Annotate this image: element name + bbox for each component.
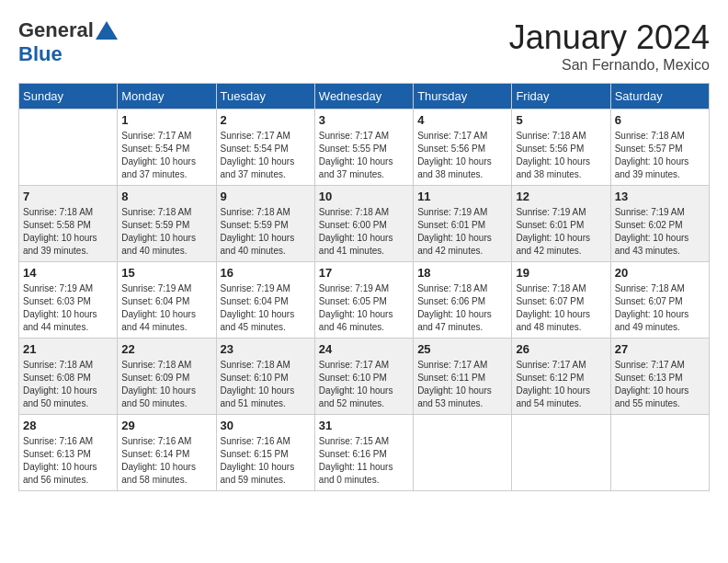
day-info: Sunrise: 7:19 AM Sunset: 6:03 PM Dayligh…: [23, 282, 113, 334]
day-number: 3: [319, 113, 409, 127]
day-number: 27: [615, 342, 705, 356]
logo-icon: [96, 21, 118, 40]
day-info: Sunrise: 7:18 AM Sunset: 6:07 PM Dayligh…: [615, 282, 705, 334]
calendar-cell: 31Sunrise: 7:15 AM Sunset: 6:16 PM Dayli…: [314, 415, 413, 491]
day-number: 25: [417, 342, 507, 356]
weekday-header-monday: Monday: [118, 84, 216, 109]
calendar-cell: 13Sunrise: 7:19 AM Sunset: 6:02 PM Dayli…: [610, 186, 709, 262]
weekday-header-wednesday: Wednesday: [314, 84, 413, 109]
month-title: January 2024: [509, 18, 710, 57]
day-info: Sunrise: 7:16 AM Sunset: 6:13 PM Dayligh…: [23, 435, 113, 487]
day-info: Sunrise: 7:17 AM Sunset: 5:55 PM Dayligh…: [319, 130, 409, 181]
calendar-cell: 12Sunrise: 7:19 AM Sunset: 6:01 PM Dayli…: [512, 186, 610, 262]
weekday-header-tuesday: Tuesday: [216, 84, 314, 109]
day-info: Sunrise: 7:19 AM Sunset: 6:01 PM Dayligh…: [516, 206, 606, 258]
calendar-cell: 26Sunrise: 7:17 AM Sunset: 6:12 PM Dayli…: [512, 339, 610, 415]
weekday-header-sunday: Sunday: [19, 84, 118, 109]
day-info: Sunrise: 7:17 AM Sunset: 6:13 PM Dayligh…: [615, 359, 705, 410]
calendar-cell: 15Sunrise: 7:19 AM Sunset: 6:04 PM Dayli…: [118, 262, 216, 339]
calendar-table: SundayMondayTuesdayWednesdayThursdayFrid…: [18, 83, 710, 491]
calendar-cell: 25Sunrise: 7:17 AM Sunset: 6:11 PM Dayli…: [414, 339, 512, 415]
calendar-cell: 17Sunrise: 7:19 AM Sunset: 6:05 PM Dayli…: [314, 262, 413, 339]
calendar-cell: 9Sunrise: 7:18 AM Sunset: 5:59 PM Daylig…: [216, 186, 314, 262]
calendar-week-row: 14Sunrise: 7:19 AM Sunset: 6:03 PM Dayli…: [19, 262, 710, 339]
calendar-week-row: 28Sunrise: 7:16 AM Sunset: 6:13 PM Dayli…: [19, 415, 710, 491]
day-info: Sunrise: 7:18 AM Sunset: 5:58 PM Dayligh…: [23, 206, 113, 258]
calendar-cell: 6Sunrise: 7:18 AM Sunset: 5:57 PM Daylig…: [610, 109, 709, 186]
calendar-cell: 10Sunrise: 7:18 AM Sunset: 6:00 PM Dayli…: [314, 186, 413, 262]
day-info: Sunrise: 7:18 AM Sunset: 6:09 PM Dayligh…: [121, 359, 211, 410]
calendar-week-row: 21Sunrise: 7:18 AM Sunset: 6:08 PM Dayli…: [19, 339, 710, 415]
day-info: Sunrise: 7:18 AM Sunset: 6:07 PM Dayligh…: [516, 282, 606, 334]
calendar-cell: [19, 109, 118, 186]
day-info: Sunrise: 7:19 AM Sunset: 6:04 PM Dayligh…: [121, 282, 211, 334]
day-info: Sunrise: 7:18 AM Sunset: 6:00 PM Dayligh…: [319, 206, 409, 258]
day-number: 15: [121, 266, 211, 280]
page-header: General Blue January 2024 San Fernando, …: [18, 18, 710, 74]
day-number: 20: [615, 266, 705, 280]
calendar-cell: 23Sunrise: 7:18 AM Sunset: 6:10 PM Dayli…: [216, 339, 314, 415]
day-number: 31: [319, 419, 409, 432]
day-number: 12: [516, 190, 606, 203]
day-number: 22: [121, 342, 211, 356]
calendar-cell: 24Sunrise: 7:17 AM Sunset: 6:10 PM Dayli…: [314, 339, 413, 415]
calendar-cell: 3Sunrise: 7:17 AM Sunset: 5:55 PM Daylig…: [314, 109, 413, 186]
day-number: 7: [23, 190, 113, 203]
day-info: Sunrise: 7:17 AM Sunset: 5:56 PM Dayligh…: [417, 130, 507, 181]
day-info: Sunrise: 7:17 AM Sunset: 6:11 PM Dayligh…: [417, 359, 507, 410]
calendar-cell: 18Sunrise: 7:18 AM Sunset: 6:06 PM Dayli…: [414, 262, 512, 339]
day-number: 17: [319, 266, 409, 280]
day-info: Sunrise: 7:16 AM Sunset: 6:14 PM Dayligh…: [121, 435, 211, 487]
title-block: January 2024 San Fernando, Mexico: [509, 18, 710, 74]
day-number: 21: [23, 342, 113, 356]
day-info: Sunrise: 7:19 AM Sunset: 6:01 PM Dayligh…: [417, 206, 507, 258]
day-number: 6: [615, 113, 705, 127]
day-number: 11: [417, 190, 507, 203]
day-number: 5: [516, 113, 606, 127]
day-info: Sunrise: 7:17 AM Sunset: 5:54 PM Dayligh…: [221, 130, 311, 181]
day-number: 14: [23, 266, 113, 280]
calendar-cell: 21Sunrise: 7:18 AM Sunset: 6:08 PM Dayli…: [19, 339, 118, 415]
svg-marker-0: [96, 21, 118, 40]
logo: General Blue: [18, 18, 118, 66]
day-number: 24: [319, 342, 409, 356]
day-info: Sunrise: 7:18 AM Sunset: 5:59 PM Dayligh…: [121, 206, 211, 258]
day-number: 4: [417, 113, 507, 127]
logo-general: General: [18, 18, 94, 42]
day-number: 30: [221, 419, 311, 432]
day-number: 1: [121, 113, 211, 127]
day-info: Sunrise: 7:18 AM Sunset: 6:10 PM Dayligh…: [221, 359, 311, 410]
day-number: 16: [221, 266, 311, 280]
calendar-cell: [512, 415, 610, 491]
weekday-header-thursday: Thursday: [414, 84, 512, 109]
day-number: 13: [615, 190, 705, 203]
calendar-cell: 30Sunrise: 7:16 AM Sunset: 6:15 PM Dayli…: [216, 415, 314, 491]
day-number: 2: [221, 113, 311, 127]
day-info: Sunrise: 7:17 AM Sunset: 6:12 PM Dayligh…: [516, 359, 606, 410]
weekday-header-row: SundayMondayTuesdayWednesdayThursdayFrid…: [19, 84, 710, 109]
calendar-cell: 20Sunrise: 7:18 AM Sunset: 6:07 PM Dayli…: [610, 262, 709, 339]
day-number: 18: [417, 266, 507, 280]
day-number: 9: [221, 190, 311, 203]
day-number: 19: [516, 266, 606, 280]
day-number: 29: [121, 419, 211, 432]
day-info: Sunrise: 7:18 AM Sunset: 5:57 PM Dayligh…: [615, 130, 705, 181]
day-info: Sunrise: 7:17 AM Sunset: 5:54 PM Dayligh…: [121, 130, 211, 181]
day-number: 28: [23, 419, 113, 432]
logo-blue: Blue: [18, 42, 63, 66]
day-info: Sunrise: 7:18 AM Sunset: 5:56 PM Dayligh…: [516, 130, 606, 181]
location: San Fernando, Mexico: [509, 57, 710, 74]
calendar-cell: 8Sunrise: 7:18 AM Sunset: 5:59 PM Daylig…: [118, 186, 216, 262]
calendar-week-row: 7Sunrise: 7:18 AM Sunset: 5:58 PM Daylig…: [19, 186, 710, 262]
day-info: Sunrise: 7:19 AM Sunset: 6:05 PM Dayligh…: [319, 282, 409, 334]
weekday-header-friday: Friday: [512, 84, 610, 109]
calendar-cell: 28Sunrise: 7:16 AM Sunset: 6:13 PM Dayli…: [19, 415, 118, 491]
calendar-cell: 1Sunrise: 7:17 AM Sunset: 5:54 PM Daylig…: [118, 109, 216, 186]
day-info: Sunrise: 7:17 AM Sunset: 6:10 PM Dayligh…: [319, 359, 409, 410]
calendar-cell: 19Sunrise: 7:18 AM Sunset: 6:07 PM Dayli…: [512, 262, 610, 339]
calendar-cell: 5Sunrise: 7:18 AM Sunset: 5:56 PM Daylig…: [512, 109, 610, 186]
calendar-cell: 11Sunrise: 7:19 AM Sunset: 6:01 PM Dayli…: [414, 186, 512, 262]
calendar-cell: 14Sunrise: 7:19 AM Sunset: 6:03 PM Dayli…: [19, 262, 118, 339]
day-info: Sunrise: 7:19 AM Sunset: 6:04 PM Dayligh…: [221, 282, 311, 334]
day-info: Sunrise: 7:16 AM Sunset: 6:15 PM Dayligh…: [221, 435, 311, 487]
